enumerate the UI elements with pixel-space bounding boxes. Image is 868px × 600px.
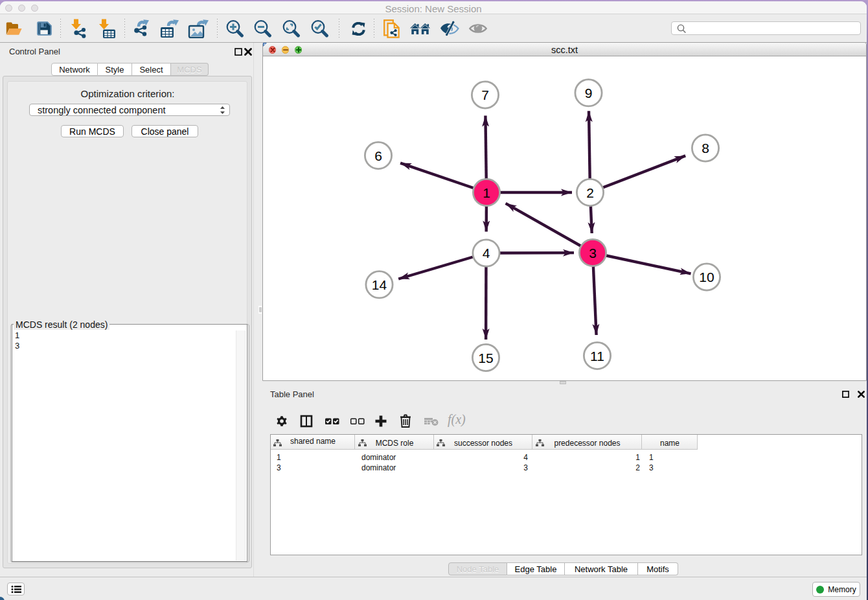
svg-text:14: 14 [372,277,387,292]
svg-text:7: 7 [481,87,489,102]
svg-text:9: 9 [585,86,593,100]
svg-text:15: 15 [478,351,493,365]
svg-text:11: 11 [590,349,604,363]
svg-text:8: 8 [702,141,709,156]
svg-text:10: 10 [699,270,714,284]
svg-text:4: 4 [483,246,490,260]
svg-text:3: 3 [589,246,597,260]
svg-text:1: 1 [483,185,490,200]
svg-text:6: 6 [374,148,382,163]
svg-text:2: 2 [586,185,594,200]
